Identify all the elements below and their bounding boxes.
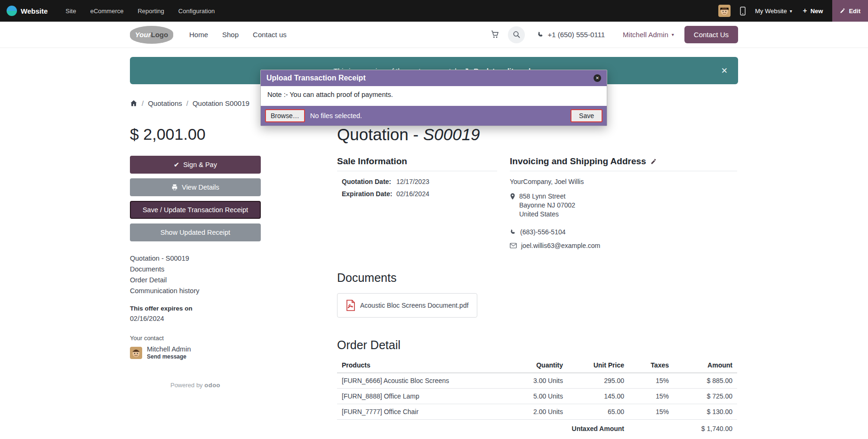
nav-shop[interactable]: Shop	[222, 31, 239, 39]
offer-expiry: This offer expires on 02/16/2024	[130, 305, 261, 322]
menu-site[interactable]: Site	[65, 8, 76, 15]
website-switcher[interactable]: My Website ▾	[755, 8, 792, 15]
new-button-label: New	[811, 8, 823, 15]
odoo-wordmark[interactable]: odoo	[204, 382, 220, 389]
modal-note: Note :- You can attach proof of payments…	[267, 91, 393, 98]
document-filename: Acoustic Bloc Screens Document.pdf	[360, 302, 468, 309]
check-icon: ✔	[174, 161, 179, 168]
document-attachment[interactable]: Acoustic Bloc Screens Document.pdf	[337, 293, 477, 318]
breadcrumb-separator: /	[186, 99, 188, 107]
user-avatar[interactable]	[718, 5, 731, 17]
plus-icon: ＋	[802, 7, 808, 15]
link-documents[interactable]: Documents	[130, 265, 261, 273]
site-nav: Home Shop Contact us	[189, 31, 287, 39]
sign-and-pay-label: Sign & Pay	[183, 161, 217, 168]
unit-price-cell: 145.00	[568, 389, 629, 404]
save-button[interactable]: Save	[571, 109, 603, 122]
quotation-date-label: Quotation Date:	[342, 178, 394, 185]
screen: Website Site eCommerce Reporting Configu…	[0, 0, 868, 439]
envelope-icon	[510, 243, 517, 248]
unit-price-cell: 295.00	[568, 373, 629, 389]
quotation-date-row: Quotation Date: 12/17/2023	[337, 178, 497, 185]
your-contact-label: Your contact	[130, 335, 261, 342]
link-order-detail[interactable]: Order Detail	[130, 276, 261, 284]
browse-button[interactable]: Browse…	[265, 109, 305, 122]
edit-button[interactable]: Edit	[832, 0, 868, 22]
address-city: Bayonne NJ 07002	[519, 201, 575, 210]
website-switcher-label: My Website	[755, 8, 787, 15]
untaxed-amount-value: $ 1,740.00	[629, 420, 737, 437]
order-lines-table: Products Quantity Unit Price Taxes Amoun…	[337, 358, 737, 436]
product-cell: [FURN_7777] Office Chair	[337, 404, 511, 420]
address-phone[interactable]: (683)-556-5104	[520, 228, 566, 236]
expiration-date-row: Expiration Date: 02/16/2024	[337, 190, 497, 198]
untaxed-amount-label: Untaxed Amount	[337, 420, 629, 437]
powered-by-label: Powered by	[170, 382, 203, 389]
offer-expiry-date: 02/16/2024	[130, 315, 261, 322]
cart-icon[interactable]	[486, 26, 503, 43]
modal-header: Upload Transaction Receipt ✕	[261, 70, 607, 86]
your-contact: Your contact Mitchell Admin Send message	[130, 335, 261, 360]
upload-receipt-modal: Upload Transaction Receipt ✕ Note :- You…	[260, 70, 607, 126]
search-icon[interactable]	[508, 26, 525, 43]
table-header-row: Products Quantity Unit Price Taxes Amoun…	[337, 358, 737, 373]
new-button[interactable]: ＋ New	[802, 7, 823, 15]
backend-topbar: Website Site eCommerce Reporting Configu…	[0, 0, 868, 22]
save-update-receipt-button[interactable]: Save / Update Transaction Receipt	[130, 201, 261, 219]
col-unit-price: Unit Price	[568, 358, 629, 373]
printer-icon	[171, 184, 178, 191]
home-icon[interactable]	[130, 100, 137, 107]
logo-text-logo: Logo	[151, 31, 168, 39]
product-cell: [FURN_6666] Acoustic Bloc Screens	[337, 373, 511, 389]
page-title: Quotation - S00019	[337, 125, 737, 144]
order-detail-heading: Order Detail	[337, 338, 737, 352]
address-country: United States	[519, 210, 575, 219]
website-app-menu[interactable]: Website	[7, 6, 48, 16]
contact-avatar	[130, 347, 142, 359]
powered-by: Powered by odoo	[130, 382, 261, 389]
menu-ecommerce[interactable]: eCommerce	[90, 8, 124, 15]
documents-section: Documents Acoustic Bloc Screens Document…	[337, 271, 737, 318]
taxes-cell: 15%	[629, 389, 674, 404]
pdf-icon	[346, 300, 355, 311]
header-phone[interactable]: +1 (650) 555-0111	[537, 31, 605, 39]
modal-close-icon[interactable]: ✕	[594, 74, 601, 82]
link-communication-history[interactable]: Communication history	[130, 287, 261, 295]
unit-price-cell: 65.00	[568, 404, 629, 420]
site-logo[interactable]: Your Logo	[130, 26, 173, 44]
table-row: [FURN_6666] Acoustic Bloc Screens 3.00 U…	[337, 373, 737, 389]
mobile-preview-icon[interactable]	[740, 7, 746, 16]
brand-label: Website	[21, 7, 48, 15]
backend-menus: Site eCommerce Reporting Configuration	[65, 8, 215, 15]
edit-button-label: Edit	[849, 8, 860, 15]
sign-and-pay-button[interactable]: ✔ Sign & Pay	[130, 156, 261, 174]
address-email[interactable]: joel.willis63@example.com	[521, 242, 600, 249]
untaxed-amount-row: Untaxed Amount $ 1,740.00	[337, 420, 737, 437]
nav-home[interactable]: Home	[189, 31, 208, 39]
nav-contact-us[interactable]: Contact us	[253, 31, 287, 39]
contact-us-button[interactable]: Contact Us	[684, 26, 738, 43]
file-input-status: No files selected.	[310, 112, 362, 120]
link-quotation[interactable]: Quotation - S00019	[130, 255, 261, 262]
phone-icon	[537, 32, 544, 38]
phone-icon	[510, 229, 516, 235]
quantity-cell: 5.00 Units	[511, 389, 568, 404]
col-taxes: Taxes	[629, 358, 674, 373]
menu-reporting[interactable]: Reporting	[137, 8, 164, 15]
col-products: Products	[337, 358, 511, 373]
view-details-button[interactable]: View Details	[130, 178, 261, 196]
banner-close-icon[interactable]: ✕	[721, 66, 728, 76]
address-lines: 858 Lynn Street Bayonne NJ 07002 United …	[519, 192, 575, 219]
amount-cell: $ 885.00	[674, 373, 737, 389]
show-updated-receipt-label: Show Updated Receipt	[161, 229, 230, 236]
send-message-link[interactable]: Send message	[147, 353, 191, 360]
topbar-right: My Website ▾ ＋ New Edit	[718, 0, 868, 22]
address-section: Invoicing and Shipping Address YourCompa…	[510, 156, 737, 249]
edit-address-icon[interactable]	[651, 159, 657, 165]
expiration-date-label: Expiration Date:	[342, 190, 394, 198]
user-menu[interactable]: Mitchell Admin ▾	[623, 31, 674, 39]
show-updated-receipt-button[interactable]: Show Updated Receipt	[130, 223, 261, 241]
breadcrumb-current[interactable]: Quotation S00019	[193, 99, 249, 107]
menu-configuration[interactable]: Configuration	[178, 8, 215, 15]
breadcrumb-quotations[interactable]: Quotations	[148, 99, 182, 107]
